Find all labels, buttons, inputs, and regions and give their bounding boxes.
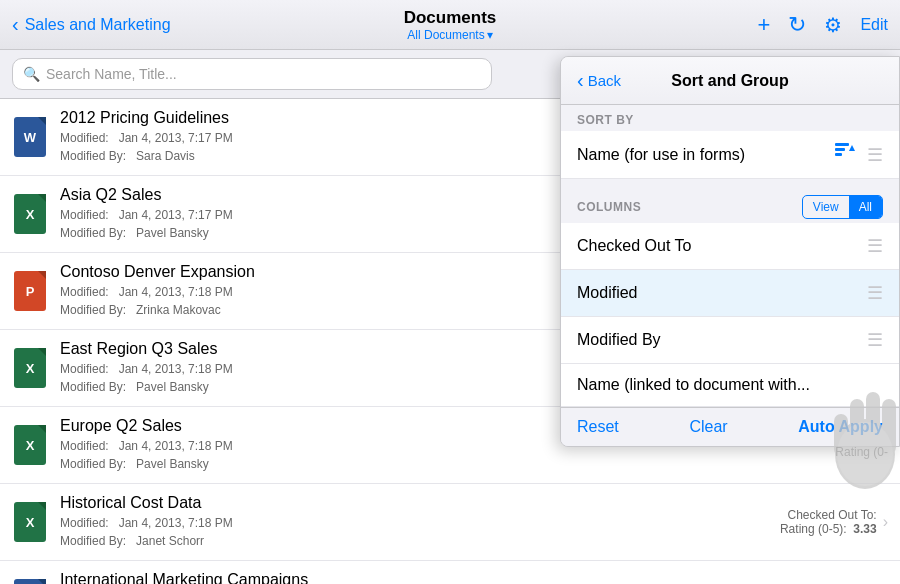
doc-icon-word: W <box>12 115 48 159</box>
doc-meta: Modified: Jan 4, 2013, 7:18 PM Modified … <box>60 514 772 550</box>
icon-letter: W <box>24 130 36 145</box>
column-item-name-linked[interactable]: Name (linked to document with... <box>561 364 899 407</box>
doc-info: Historical Cost Data Modified: Jan 4, 20… <box>60 494 772 550</box>
sort-order-icon[interactable] <box>835 143 855 166</box>
sort-panel-back-button[interactable]: ‹ Back <box>577 69 621 92</box>
sort-panel: ‹ Back Sort and Group SORT BY Name (for … <box>560 56 900 447</box>
icon-letter: X <box>26 438 35 453</box>
doc-icon-excel: X <box>12 346 48 390</box>
icon-letter: X <box>26 361 35 376</box>
reset-button[interactable]: Reset <box>577 418 619 436</box>
doc-meta-right: Checked Out To:Rating (0-5): 3.33 <box>780 508 877 536</box>
column-name: Checked Out To <box>577 237 691 255</box>
edit-button[interactable]: Edit <box>860 16 888 34</box>
svg-rect-1 <box>835 148 845 151</box>
column-name: Name (linked to document with... <box>577 376 810 394</box>
icon-letter: P <box>26 284 35 299</box>
settings-button[interactable]: ⚙ <box>824 13 842 37</box>
doc-icon-excel: X <box>12 192 48 236</box>
doc-icon-word: W <box>12 577 48 584</box>
back-button[interactable]: ‹ Sales and Marketing <box>12 13 171 36</box>
back-chevron-icon: ‹ <box>12 13 19 36</box>
doc-icon-excel: X <box>12 423 48 467</box>
nav-title: Documents All Documents ▾ <box>404 8 497 42</box>
sort-panel-title: Sort and Group <box>671 72 788 90</box>
search-input[interactable]: 🔍 Search Name, Title... <box>12 58 492 90</box>
doc-icon-excel: X <box>12 500 48 544</box>
search-icon: 🔍 <box>23 66 40 82</box>
nav-bar: ‹ Sales and Marketing Documents All Docu… <box>0 0 900 50</box>
chevron-right-icon: › <box>883 513 888 531</box>
icon-letter: X <box>26 207 35 222</box>
column-item-checked-out-to[interactable]: Checked Out To ☰ <box>561 223 899 270</box>
columns-header: COLUMNS View All <box>561 187 899 223</box>
seg-view-button[interactable]: View <box>803 196 849 218</box>
back-label: Back <box>588 72 621 89</box>
divider <box>561 179 899 187</box>
clear-button[interactable]: Clear <box>689 418 727 436</box>
nav-actions: + ↻ ⚙ Edit <box>758 12 888 38</box>
back-chevron-icon: ‹ <box>577 69 584 92</box>
sort-by-label: SORT BY <box>561 105 899 131</box>
page-title: Documents <box>404 8 497 28</box>
page-subtitle[interactable]: All Documents ▾ <box>404 28 497 42</box>
svg-rect-0 <box>835 143 849 146</box>
column-name: Modified By <box>577 331 661 349</box>
sort-panel-header: ‹ Back Sort and Group <box>561 57 899 105</box>
drag-handle-icon: ☰ <box>867 329 883 351</box>
column-item-modified[interactable]: Modified ☰ <box>561 270 899 317</box>
doc-icon-ppt: P <box>12 269 48 313</box>
seg-all-button[interactable]: All <box>849 196 882 218</box>
drag-handle-icon: ☰ <box>867 282 883 304</box>
sort-by-item[interactable]: Name (for use in forms) ☰ <box>561 131 899 179</box>
doc-info: International Marketing Campaigns Modifi… <box>60 571 772 584</box>
sort-by-name: Name (for use in forms) <box>577 146 745 164</box>
doc-name: Historical Cost Data <box>60 494 772 512</box>
auto-apply-button[interactable]: Auto Apply <box>798 418 883 436</box>
segmented-control[interactable]: View All <box>802 195 883 219</box>
columns-label: COLUMNS <box>577 200 641 214</box>
drag-handle-icon: ☰ <box>867 235 883 257</box>
list-item[interactable]: W International Marketing Campaigns Modi… <box>0 561 900 584</box>
drag-handle-icon: ☰ <box>867 144 883 166</box>
svg-marker-3 <box>849 145 855 151</box>
svg-rect-2 <box>835 153 842 156</box>
panel-bottom-bar: Reset Clear Auto Apply <box>561 407 899 446</box>
back-label: Sales and Marketing <box>25 16 171 34</box>
icon-letter: X <box>26 515 35 530</box>
list-item[interactable]: X Historical Cost Data Modified: Jan 4, … <box>0 484 900 561</box>
column-item-modified-by[interactable]: Modified By ☰ <box>561 317 899 364</box>
add-button[interactable]: + <box>758 12 771 38</box>
column-name: Modified <box>577 284 637 302</box>
search-placeholder: Search Name, Title... <box>46 66 177 82</box>
sort-item-icons: ☰ <box>835 143 883 166</box>
doc-name: International Marketing Campaigns <box>60 571 772 584</box>
refresh-button[interactable]: ↻ <box>788 12 806 38</box>
